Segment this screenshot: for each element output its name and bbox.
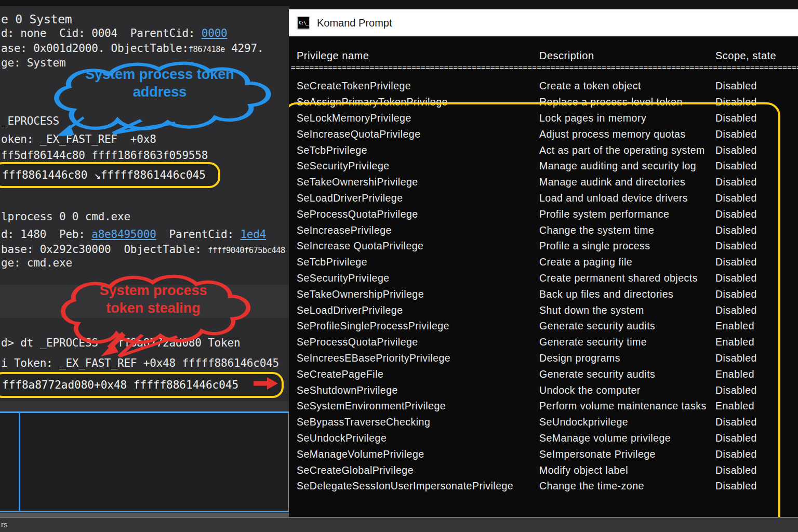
parentcid-link[interactable]: 1ed4 xyxy=(240,228,266,241)
table-row: SeProfileSingleProcessPrivilegeGenerate … xyxy=(289,318,798,334)
red-right-arrow xyxy=(252,376,278,391)
privilege-name: SeIncrease QuotaPrivilege xyxy=(297,240,423,252)
privilege-name: SeSecurityPrivilege xyxy=(297,160,390,172)
privilege-description: Change the time-zone xyxy=(539,480,644,492)
panel-bottom-edge xyxy=(0,513,289,517)
debugger-panel: e 0 System d: none Cid: 0004 ParentCid: … xyxy=(0,6,289,517)
privilege-description: Act as part of the operating system xyxy=(539,144,705,156)
console-line: lprocess 0 0 cmd.exe xyxy=(1,210,130,223)
command-prompt-icon: C:\_ xyxy=(297,16,310,30)
table-row: SeSecurityPrivilegeManage auditing and s… xyxy=(289,158,798,174)
privilege-name: SeIncreaseQuotaPrivilege xyxy=(297,128,421,140)
privilege-description: Modify object label xyxy=(539,464,628,476)
table-row: SeSystemEnvironmentPrivilegePerform volu… xyxy=(289,398,798,414)
privilege-name: SeLoadDriverPrivilege xyxy=(297,304,403,316)
table-row: SeManageVolumePrivilegeSeImpersonate Pri… xyxy=(289,446,798,462)
table-row: SeCreateTokenPrivilegeCreate a token obj… xyxy=(289,78,798,94)
privilege-description: Profile system performance xyxy=(539,208,669,220)
privilege-state: Enabled xyxy=(715,320,754,332)
privilege-state: Disabled xyxy=(715,80,757,92)
privilege-description: Back up files and directories xyxy=(539,288,673,300)
privilege-name: SeProfileSingleProcessPrivilege xyxy=(297,320,449,332)
console-line: d: none Cid: 0004 ParentCid: 0000 xyxy=(1,27,228,39)
privilege-state: Disabled xyxy=(715,144,757,156)
privilege-description: Perform volume maintenance tasks xyxy=(539,400,707,412)
privilege-name: SeSecurityPrivilege xyxy=(297,272,390,284)
privilege-name: SeCreateTokenPrivilege xyxy=(297,80,411,92)
console-line: e 0 System xyxy=(1,12,72,26)
privilege-description: SeImpersonate Privilege xyxy=(539,448,656,460)
table-row: SeProcessQuotaPrivilegeProfile system pe… xyxy=(289,206,798,222)
privilege-state: Disabled xyxy=(715,272,757,284)
privilege-state: Disabled xyxy=(715,464,757,476)
table-row: SeAssignPrimaryTokenPrivilegeReplace a p… xyxy=(289,94,798,110)
privilege-state: Disabled xyxy=(715,288,757,300)
privilege-description: Replace a process-level token xyxy=(539,96,683,108)
table-row: SeIncreasePrivilegeChange the system tim… xyxy=(289,222,798,238)
privilege-state: Enabled xyxy=(715,368,754,380)
table-row: SeDelegateSessIonUserImpersonatePrivileg… xyxy=(289,478,798,494)
table-row: SeIncrease QuotaPrivilegeProfile a singl… xyxy=(289,238,798,254)
privilege-description: Manage auditing and security log xyxy=(539,160,696,172)
privilege-description: Create a token object xyxy=(539,80,641,92)
privilege-name: SeShutdownPrivilege xyxy=(297,384,398,396)
privilege-state: Disabled xyxy=(715,432,757,444)
column-header-description: Description xyxy=(539,50,594,62)
privilege-name: SeBypassTraverseChecking xyxy=(297,416,430,428)
table-row: SeTcbPrivilegeAct as part of the operati… xyxy=(289,142,798,158)
privilege-name: SeProcessQuotaPrivilege xyxy=(297,208,418,220)
privilege-description: Change the system time xyxy=(539,224,654,236)
privilege-name: SeTakeOwnershiPrivilege xyxy=(297,176,418,188)
privilege-name: SeTakeOwnershipPrivilege xyxy=(297,288,424,300)
table-row: SeShutdownPrivilegeUndock the computerDi… xyxy=(289,382,798,398)
table-row: SeBypassTraverseCheckingSeUndockprivileg… xyxy=(289,414,798,430)
privilege-state: Disabled xyxy=(715,304,757,316)
privilege-state: Disabled xyxy=(715,128,757,140)
console-line: ff5df86144c80 ffff186f863f059558 xyxy=(1,149,208,162)
privilege-description: Profile a single process xyxy=(539,240,650,252)
table-row: SeLoadDriverPrivilegeShut down the syste… xyxy=(289,302,798,318)
red-callout-cloud: System process token stealing xyxy=(50,266,257,360)
privilege-state: Disabled xyxy=(715,208,757,220)
privilege-name: SeIncreasePrivilege xyxy=(297,224,392,236)
privilege-state: Disabled xyxy=(715,240,757,252)
console-output: Privilege name Description Scope, state … xyxy=(289,36,798,517)
privilege-description: Undock the computer xyxy=(539,384,641,396)
privilege-name: SeProcessQuotaPrivilege xyxy=(297,336,418,348)
window-titlebar[interactable]: C:\_ Komand Prompt xyxy=(289,9,798,37)
memory-view-box xyxy=(0,411,290,512)
privilege-state: Disabled xyxy=(715,160,757,172)
table-row: SeCreateGlobalPrivilegeModify object lab… xyxy=(289,462,798,478)
privilege-name: SeUndockPrivilege xyxy=(297,432,387,444)
privilege-description: Generate security audits xyxy=(539,368,655,380)
privilege-state: Disabled xyxy=(715,416,757,428)
console-line: d: 1480 Peb: a8e8495000 ParentCid: 1ed4 xyxy=(1,228,266,241)
privilege-rows: SeCreateTokenPrivilegeCreate a token obj… xyxy=(289,78,798,494)
privilege-description: Design programs xyxy=(539,352,620,364)
panel-highlight-band xyxy=(0,401,289,411)
column-header-privilege: Privilege name xyxy=(297,50,369,62)
parentcid-link[interactable]: 0000 xyxy=(202,27,228,39)
privilege-state: Disabled xyxy=(715,224,757,236)
table-row: SeProcessQuotaPrivilegeGenerate security… xyxy=(289,334,798,350)
privilege-description: Generate security time xyxy=(539,336,647,348)
table-row: SeUndockPrivilegeSeManage volume privile… xyxy=(289,430,798,446)
privilege-name: SeCreateGlobalPrivilege xyxy=(297,464,414,476)
memory-view-divider xyxy=(19,411,20,512)
privilege-state: Disabled xyxy=(715,192,757,204)
privilege-name: SeLockMemoryPrivilege xyxy=(297,112,411,124)
annotation-text: System process token stealing xyxy=(66,282,240,317)
peb-link[interactable]: a8e8495000 xyxy=(91,228,156,241)
taskbar[interactable]: rs xyxy=(0,517,798,532)
table-row: SeIncreesEBasePriorityPrivilegeDesign pr… xyxy=(289,350,798,366)
privilege-name: SeTcbPrivilege xyxy=(297,144,367,156)
privilege-name: SeAssignPrimaryTokenPrivilege xyxy=(297,96,448,108)
table-row: SeSecurityPrivilegeCreate permanent shar… xyxy=(289,270,798,286)
privilege-state: Disabled xyxy=(715,96,757,108)
privilege-name: SeManageVolumePrivilege xyxy=(297,448,424,460)
privilege-description: SeUndockprivilege xyxy=(539,416,628,428)
annotation-text: System process token address xyxy=(60,65,259,101)
table-row: SeLockMemoryPrivilegeLock pages in memor… xyxy=(289,110,798,126)
taskbar-label: rs xyxy=(1,520,8,529)
privilege-state: Disabled xyxy=(715,176,757,188)
